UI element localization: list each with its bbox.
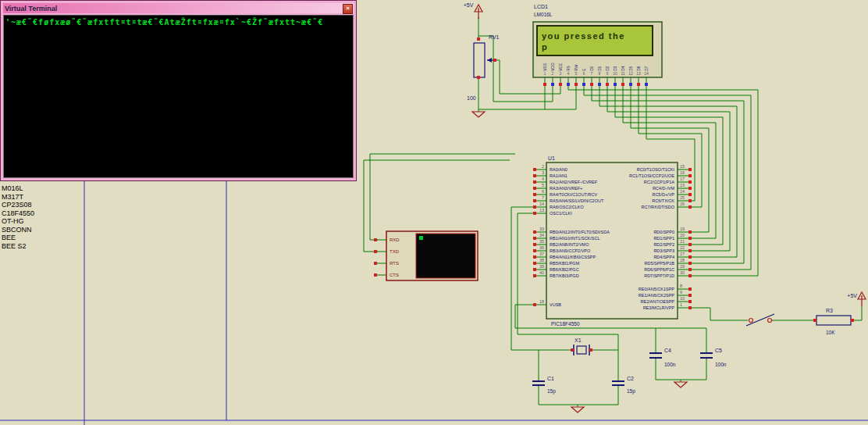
pin-number: 25	[680, 195, 685, 200]
pin-name: RW	[574, 64, 578, 71]
pin-name: OSC1/CLKI	[550, 211, 572, 216]
pin-name: RE1/AN6/CK2SPP	[639, 293, 674, 298]
c5-capacitor[interactable]: C5 100n	[700, 348, 727, 367]
pin-name: RA1/AN1	[550, 173, 567, 178]
component-list-item[interactable]: M317T	[2, 193, 34, 202]
pin-name: RA3/AN3/VREF+	[550, 186, 582, 191]
lcd-text-line2: p	[542, 42, 548, 52]
pin-name: RB1/AN10/INT1/SCK/SCL	[550, 236, 600, 241]
pin-name: RA5/AN4/SS/LVDIN/C2OUT	[550, 198, 604, 203]
pin-number: 22	[680, 245, 685, 250]
power-label: +5V	[464, 2, 474, 8]
sheet-border-lines	[0, 180, 868, 425]
pin-name: VUSB	[550, 302, 561, 307]
terminal-pin-label: RTS	[390, 261, 399, 266]
pin-name: VSS	[542, 62, 547, 71]
pin-name: RC0/T1OSO/T1CKI	[637, 167, 675, 172]
pin-name: RD0/SPP0	[653, 230, 674, 234]
r3-resistor[interactable]: R3 10K	[813, 308, 854, 335]
pin-name: RC2/CCP1/P1A	[644, 180, 674, 184]
pin-name: RE2/AN7/OESPP	[641, 299, 675, 304]
part-ref: R3	[826, 308, 833, 313]
push-button[interactable]	[746, 314, 774, 326]
pin-number: 7	[542, 195, 544, 200]
part-value: 100	[467, 95, 476, 101]
component-list-item[interactable]: OT-HG	[2, 217, 34, 226]
pin-name: D7	[644, 66, 649, 71]
power-symbol-top[interactable]: +5V	[464, 2, 482, 19]
power-label: +5V	[847, 293, 857, 298]
pin-number: 21	[680, 239, 685, 244]
virtual-terminal-instrument[interactable]	[386, 231, 478, 280]
virtual-terminal-window: Virtual Terminal × '~æ€˜€føfxæø˜€˜æfxtft…	[0, 0, 357, 181]
component-list-item[interactable]: M016L	[2, 184, 34, 193]
part-ref: C5	[715, 348, 722, 353]
pin-number: 8	[680, 284, 682, 288]
part-value: 15p	[547, 388, 556, 395]
pin-number: 10	[680, 296, 685, 301]
pin-name: RD2/SPP2	[653, 242, 674, 247]
pin-name: RD7/SPP7/P1D	[644, 273, 674, 278]
terminal-pin-label: RXD	[390, 238, 400, 242]
pin-name: D3	[613, 66, 617, 71]
component-list-item[interactable]: CP23S08	[2, 201, 34, 209]
pin-number: 35	[539, 239, 544, 244]
pin-name: D2	[605, 66, 610, 71]
pin-name: RC6/TX/CK	[652, 198, 674, 203]
c1-capacitor[interactable]: C1 15p	[532, 376, 556, 395]
pin-name: RE0/AN5/CK1SPP	[639, 287, 674, 291]
component-list-item[interactable]: BEE	[2, 234, 34, 242]
terminal-activity-led	[419, 236, 423, 240]
c2-capacitor[interactable]: C2 15p	[612, 376, 635, 395]
window-titlebar[interactable]: Virtual Terminal ×	[3, 3, 354, 13]
component-list-item[interactable]: BEE S2	[2, 242, 34, 251]
pin-number: 37	[539, 252, 544, 256]
pin-number: 13	[539, 208, 544, 212]
component-list-item[interactable]: SBCONN	[2, 226, 34, 234]
ground-icon	[674, 382, 687, 388]
terminal-pin-label: TXD	[390, 249, 400, 254]
pin-name: D6	[636, 66, 641, 71]
pin-number: 20	[680, 233, 685, 238]
component-list: M016L M317T CP23S08 C18F4550 OT-HG SBCON…	[2, 184, 34, 250]
x1-crystal[interactable]: X1	[571, 338, 592, 355]
pin-number: 33	[539, 227, 544, 231]
pin-name: RA0/AN0	[550, 167, 567, 172]
pin-name: RC1/T1OSI/CCP2/UOE	[629, 173, 674, 178]
pin-name: RA2/AN2/VREF-/CVREF	[550, 180, 598, 184]
pin-name: RB6/KBI2/PGC	[550, 267, 579, 272]
close-icon[interactable]: ×	[343, 4, 353, 14]
pin-name: D5	[628, 66, 633, 71]
part-value: 100n	[664, 362, 676, 367]
part-ref: LCD1	[534, 4, 548, 9]
pin-number: 16	[680, 170, 685, 175]
pin-number: 18	[539, 299, 544, 304]
pin-name: RD4/SPP4	[653, 255, 674, 259]
pin-number: 17	[680, 177, 685, 181]
pin-number: 27	[680, 252, 685, 256]
part-ref: RV1	[489, 34, 500, 40]
pin-name: RB7/KBI3/PGD	[550, 273, 579, 278]
part-ref: C1	[547, 376, 554, 381]
ground-icon	[472, 112, 485, 117]
pin-number: 24	[680, 189, 685, 194]
part-name: PIC18F4550	[551, 321, 580, 327]
part-value: 100n	[715, 362, 727, 367]
ground-icon	[571, 407, 584, 412]
c4-capacitor[interactable]: C4 100n	[649, 348, 676, 367]
pin-name: RE3/MCLR/VPP	[643, 305, 675, 310]
pin-name: D0	[589, 66, 594, 71]
pin-number: 40	[539, 270, 544, 275]
pin-name: VDD	[550, 62, 555, 71]
power-symbol-right[interactable]: +5V	[847, 292, 866, 306]
part-value: 10K	[826, 330, 835, 335]
part-ref: U1	[548, 155, 555, 161]
component-list-item[interactable]: C18F4550	[2, 209, 34, 218]
pin-number: 26	[680, 202, 685, 206]
rv1-potentiometer[interactable]: RV1 100	[467, 34, 500, 101]
pin-name: D4	[621, 66, 625, 71]
pin-number: 38	[539, 258, 544, 262]
terminal-screen: '~æ€˜€føfxæø˜€˜æfxtft¤t¤tæ€˜€AtæŽft¤fxæ¤…	[3, 15, 354, 178]
pin-name: RA6/OSC2/CLKO	[550, 205, 584, 209]
pin-name: RB5/KBI1/PGM	[550, 261, 580, 266]
